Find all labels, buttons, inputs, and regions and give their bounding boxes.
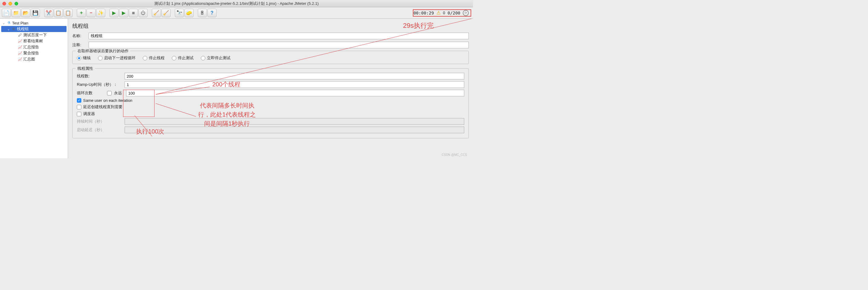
error-action-fieldset: 在取样器错误后要执行的动作 继续 启动下一进程循环 停止线程 (72, 51, 469, 64)
reset-search-button[interactable]: 🧽 (185, 9, 193, 17)
chevron-down-icon[interactable]: ⌄ (2, 22, 5, 25)
toggle-button[interactable]: ✨ (96, 9, 105, 17)
stop-button[interactable]: ■ (129, 9, 138, 17)
start-button[interactable]: ▶ (110, 9, 119, 17)
open-button[interactable]: 📂 (21, 9, 30, 17)
plus-icon: ＋ (79, 10, 84, 16)
tree-sampler[interactable]: 🖊 测试百度一下 (1, 32, 66, 38)
cut-button[interactable]: ✂️ (44, 9, 53, 17)
maximize-icon[interactable] (14, 2, 18, 5)
power-icon: ⏻ (141, 10, 146, 16)
remove-button[interactable]: － (87, 9, 96, 17)
help-button[interactable]: ? (208, 9, 217, 17)
scheduler-row[interactable]: 调度器 (77, 111, 464, 117)
ramp-input[interactable] (125, 81, 464, 88)
stop-icon: ■ (132, 10, 135, 16)
search-button[interactable]: 🔭 (175, 9, 184, 17)
help-icon: ? (211, 10, 214, 16)
clear-all-button[interactable]: 🧹 (161, 9, 170, 17)
radio-continue[interactable]: 继续 (77, 55, 91, 61)
body-area: ⌄ ⚗ Test Plan ⌄ ⚙ 线程组 🖊 测试百度一下 📈 察看结果树 📈… (0, 19, 473, 158)
templates-button[interactable]: 📁 (11, 9, 21, 17)
tree-label: 汇总报告 (23, 44, 39, 50)
duration-label: 持续时间（秒） (77, 119, 122, 124)
tree-root[interactable]: ⌄ ⚗ Test Plan (1, 20, 66, 26)
tree-label: 聚合报告 (23, 50, 39, 56)
status-area: 00:00:29 ⚠ 0 0/200 ⟳ (413, 9, 471, 16)
duration-input (125, 118, 464, 125)
comment-label: 注释: (72, 42, 86, 48)
tree-panel[interactable]: ⌄ ⚗ Test Plan ⌄ ⚙ 线程组 🖊 测试百度一下 📈 察看结果树 📈… (0, 19, 68, 158)
clear-button[interactable]: 🧹 (152, 9, 161, 17)
radio-icon (77, 56, 81, 61)
ramp-label: Ramp-Up时间（秒）： (77, 82, 122, 87)
start-no-timers-button[interactable]: ▶ (119, 9, 128, 17)
paste-button[interactable]: 📋 (63, 9, 72, 17)
threads-input[interactable] (125, 73, 464, 79)
radio-stop-test[interactable]: 停止测试 (172, 55, 193, 61)
tree-label: Test Plan (12, 21, 28, 25)
panel-title: 线程组 (72, 22, 469, 30)
tree-summary-report[interactable]: 📈 汇总报告 (1, 44, 66, 50)
forever-label: 永远 (114, 90, 124, 96)
open-icon: 📂 (23, 10, 29, 16)
sliders-icon: 🎚 (200, 10, 205, 16)
forever-checkbox[interactable] (107, 91, 112, 96)
radio-icon (143, 56, 147, 61)
threads-label: 线程数: (77, 73, 122, 79)
fieldset-legend: 线程属性 (75, 66, 95, 71)
same-user-checkbox[interactable]: ✓ (77, 98, 81, 103)
same-user-label: Same user on each iteration (83, 98, 132, 103)
minimize-icon[interactable] (8, 2, 12, 5)
delay-create-row[interactable]: 延迟创建线程直到需要 (77, 104, 464, 110)
chart-icon: 📈 (18, 39, 22, 43)
same-user-row[interactable]: ✓ Same user on each iteration (77, 98, 464, 103)
titlebar: 测试计划 1.jmx (/Applications/apache-jmeter-… (0, 0, 473, 7)
app-window: 测试计划 1.jmx (/Applications/apache-jmeter-… (0, 0, 473, 158)
radio-label: 启动下一进程循环 (104, 55, 135, 61)
tree-aggregate-report[interactable]: 📈 聚合报告 (1, 50, 66, 56)
tree-thread-group[interactable]: ⌄ ⚙ 线程组 (1, 26, 66, 32)
toolbar: 📄 📁 📂 💾 ✂️ 📋 📋 ＋ － ✨ ▶ ▶ ■ ⏻ 🧹 🧹 🔭 🧽 (0, 7, 473, 19)
wand-icon: ✨ (98, 10, 104, 16)
add-button[interactable]: ＋ (77, 9, 86, 17)
save-icon: 💾 (32, 10, 38, 16)
radio-label: 停止测试 (178, 55, 193, 61)
shutdown-button[interactable]: ⏻ (138, 9, 148, 17)
loops-input[interactable] (126, 90, 464, 96)
radio-label: 停止线程 (149, 55, 164, 61)
copy-icon: 📋 (55, 10, 61, 16)
name-input[interactable] (89, 33, 469, 39)
warning-icon[interactable]: ⚠ (436, 10, 441, 16)
radio-icon (98, 56, 102, 61)
folder-icon: 📁 (13, 10, 19, 16)
tree-label: 察看结果树 (23, 38, 43, 44)
window-title: 测试计划 1.jmx (/Applications/apache-jmeter-… (154, 1, 318, 6)
chart-icon: 📈 (18, 45, 22, 49)
radio-icon (201, 56, 205, 61)
radio-icon (172, 56, 176, 61)
radio-stop-now[interactable]: 立即停止测试 (201, 55, 230, 61)
delay-create-checkbox[interactable] (77, 105, 81, 109)
traffic-lights (2, 2, 18, 5)
chevron-down-icon[interactable]: ⌄ (7, 28, 10, 31)
broom-all-icon: 🧹 (163, 10, 169, 16)
startup-delay-input (125, 126, 464, 133)
radio-label: 继续 (83, 55, 91, 61)
save-button[interactable]: 💾 (31, 9, 40, 17)
loops-label: 循环次数 (77, 90, 105, 96)
close-icon[interactable] (2, 2, 6, 5)
delay-create-label: 延迟创建线程直到需要 (83, 104, 123, 110)
scheduler-checkbox[interactable] (77, 112, 81, 116)
thread-props-fieldset: 线程属性 线程数: Ramp-Up时间（秒）： 循环次数 永远 ✓ (72, 68, 469, 138)
radio-stop-thread[interactable]: 停止线程 (143, 55, 164, 61)
radio-next-loop[interactable]: 启动下一进程循环 (98, 55, 135, 61)
tree-view-results[interactable]: 📈 察看结果树 (1, 38, 66, 44)
tree-aggregate-graph[interactable]: 📈 汇总图 (1, 56, 66, 62)
tree-label: 汇总图 (23, 57, 35, 62)
copy-button[interactable]: 📋 (54, 9, 63, 17)
comment-input[interactable] (89, 42, 469, 48)
new-button[interactable]: 📄 (2, 9, 11, 17)
paste-icon: 📋 (65, 10, 71, 16)
function-helper-button[interactable]: 🎚 (198, 9, 207, 17)
